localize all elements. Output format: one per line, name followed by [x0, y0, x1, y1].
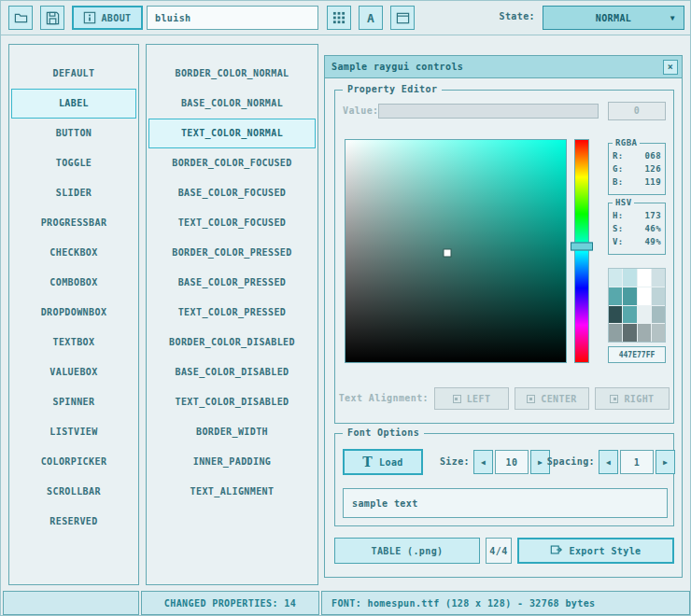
list-item-border-width[interactable]: BORDER_WIDTH	[148, 417, 316, 447]
list-item-border-color-pressed[interactable]: BORDER_COLOR_PRESSED	[148, 238, 316, 268]
list-item-scrollbar[interactable]: SCROLLBAR	[11, 477, 136, 507]
font-load-button[interactable]: T Load	[343, 449, 423, 475]
sample-text: sample text	[352, 498, 418, 509]
align-center-button[interactable]: CENTER	[515, 387, 589, 410]
font-size-decrement-button[interactable]: ◀	[473, 450, 493, 474]
list-item-text-alignment[interactable]: TEXT_ALIGNMENT	[148, 477, 316, 507]
color-swatch[interactable]	[609, 269, 622, 287]
list-item-listview[interactable]: LISTVIEW	[11, 417, 136, 447]
load-style-file-button[interactable]	[8, 6, 33, 30]
color-swatch[interactable]	[652, 306, 665, 324]
table-png-button[interactable]: TABLE (.png)	[334, 538, 480, 564]
font-spacing-increment-button[interactable]: ▶	[656, 450, 675, 474]
list-item-dropdownbox[interactable]: DROPDOWNBOX	[11, 298, 136, 328]
list-item-spinner[interactable]: SPINNER	[11, 387, 136, 417]
value-box[interactable]: 0	[608, 102, 666, 120]
color-grid	[608, 268, 666, 343]
font-options-group: Font Options T Load Size: ◀ 10 ▶ Spacing…	[334, 433, 674, 526]
hue-slider[interactable]	[574, 139, 589, 363]
list-item-border-color-focused[interactable]: BORDER_COLOR_FOCUSED	[148, 148, 316, 178]
list-item-progressbar[interactable]: PROGRESSBAR	[11, 208, 136, 238]
hsv-s-row: S: 46%	[609, 224, 665, 233]
font-size-value[interactable]: 10	[495, 450, 529, 474]
align-center-label: CENTER	[541, 394, 577, 404]
font-options-group-label: Font Options	[343, 427, 424, 438]
color-swatch[interactable]	[609, 287, 622, 305]
list-item-border-color-normal[interactable]: BORDER_COLOR_NORMAL	[148, 59, 316, 89]
color-swatch[interactable]	[652, 287, 665, 305]
align-right-label: RIGHT	[624, 394, 654, 404]
rgba-b-row: B: 119	[609, 177, 665, 187]
align-right-button[interactable]: RIGHT	[595, 387, 670, 410]
font-size-label: Size:	[430, 456, 470, 467]
arrow-right-icon: ▶	[538, 458, 543, 467]
list-item-slider[interactable]: SLIDER	[11, 178, 136, 208]
s-value: 46%	[645, 224, 661, 233]
list-item-default[interactable]: DEFAULT	[11, 59, 136, 89]
align-center-icon	[527, 395, 535, 403]
sample-window-titlebar[interactable]: Sample raygui controls ×	[325, 56, 682, 78]
color-swatch[interactable]	[609, 324, 622, 342]
list-item-border-color-disabled[interactable]: BORDER_COLOR_DISABLED	[148, 328, 316, 357]
about-button[interactable]: ABOUT	[72, 6, 143, 30]
list-item-text-color-pressed[interactable]: TEXT_COLOR_PRESSED	[148, 298, 316, 328]
property-editor-group-label: Property Editor	[343, 84, 442, 94]
state-dropdown[interactable]: NORMAL ▼	[543, 6, 684, 30]
color-swatch[interactable]	[652, 324, 665, 342]
color-swatch[interactable]	[638, 287, 651, 305]
hex-value-box[interactable]: 447E77FF	[608, 346, 666, 363]
sample-window-toggle-button[interactable]	[390, 6, 415, 30]
controls-list: DEFAULTLABELBUTTONTOGGLESLIDERPROGRESSBA…	[8, 44, 139, 585]
style-table-view-button[interactable]	[327, 6, 351, 30]
list-item-label[interactable]: LABEL	[11, 89, 136, 119]
sample-window-title: Sample raygui controls	[331, 62, 463, 72]
list-item-textbox[interactable]: TEXTBOX	[11, 328, 136, 357]
list-item-text-color-focused[interactable]: TEXT_COLOR_FOCUSED	[148, 208, 316, 238]
export-style-button[interactable]: Export Style	[517, 538, 674, 564]
list-item-colorpicker[interactable]: COLORPICKER	[11, 447, 136, 477]
export-icon	[550, 543, 563, 558]
save-style-file-button[interactable]	[40, 6, 64, 30]
color-marker[interactable]	[444, 250, 450, 257]
align-left-button[interactable]: LEFT	[434, 387, 509, 410]
color-swatch[interactable]	[638, 306, 651, 324]
list-item-button[interactable]: BUTTON	[11, 119, 136, 148]
list-item-text-color-normal[interactable]: TEXT_COLOR_NORMAL	[148, 119, 316, 148]
color-swatch[interactable]	[623, 306, 636, 324]
font-load-icon: T	[362, 455, 373, 469]
color-swatch[interactable]	[638, 324, 651, 342]
list-item-toggle[interactable]: TOGGLE	[11, 148, 136, 178]
font-spacing-decrement-button[interactable]: ◀	[599, 450, 618, 474]
color-swatch[interactable]	[623, 269, 636, 287]
rguistyler-app: ABOUT A State: NORMA	[0, 0, 691, 616]
list-item-combobox[interactable]: COMBOBOX	[11, 268, 136, 298]
color-swatch[interactable]	[623, 324, 636, 342]
hsv-panel-label: HSV	[613, 198, 634, 207]
list-item-base-color-pressed[interactable]: BASE_COLOR_PRESSED	[148, 268, 316, 298]
list-item-base-color-disabled[interactable]: BASE_COLOR_DISABLED	[148, 357, 316, 387]
list-item-base-color-focused[interactable]: BASE_COLOR_FOCUSED	[148, 178, 316, 208]
color-swatch[interactable]	[638, 269, 651, 287]
hsv-panel: HSV H: 173 S: 46% V: 49%	[608, 203, 666, 255]
list-item-inner-padding[interactable]: INNER_PADDING	[148, 447, 316, 477]
pages-value-box[interactable]: 4/4	[486, 538, 512, 564]
list-item-reserved[interactable]: RESERVED	[11, 507, 136, 537]
list-item-checkbox[interactable]: CHECKBOX	[11, 238, 136, 268]
info-icon	[83, 11, 96, 24]
grid-icon	[332, 11, 346, 24]
sample-text-box[interactable]: sample text	[343, 488, 668, 518]
style-name-input[interactable]	[147, 6, 318, 30]
color-swatch[interactable]	[623, 287, 636, 305]
export-style-label: Export Style	[569, 546, 641, 556]
hue-slider-handle[interactable]	[571, 243, 593, 251]
color-swatch[interactable]	[609, 306, 622, 324]
list-item-base-color-normal[interactable]: BASE_COLOR_NORMAL	[148, 89, 316, 119]
font-settings-button[interactable]: A	[359, 6, 383, 30]
list-item-text-color-disabled[interactable]: TEXT_COLOR_DISABLED	[148, 387, 316, 417]
list-item-valuebox[interactable]: VALUEBOX	[11, 357, 136, 387]
font-spacing-value[interactable]: 1	[620, 450, 654, 474]
saturation-value-panel[interactable]	[345, 139, 567, 363]
value-slider[interactable]	[378, 104, 599, 119]
close-button[interactable]: ×	[663, 60, 678, 75]
color-swatch[interactable]	[652, 269, 665, 287]
